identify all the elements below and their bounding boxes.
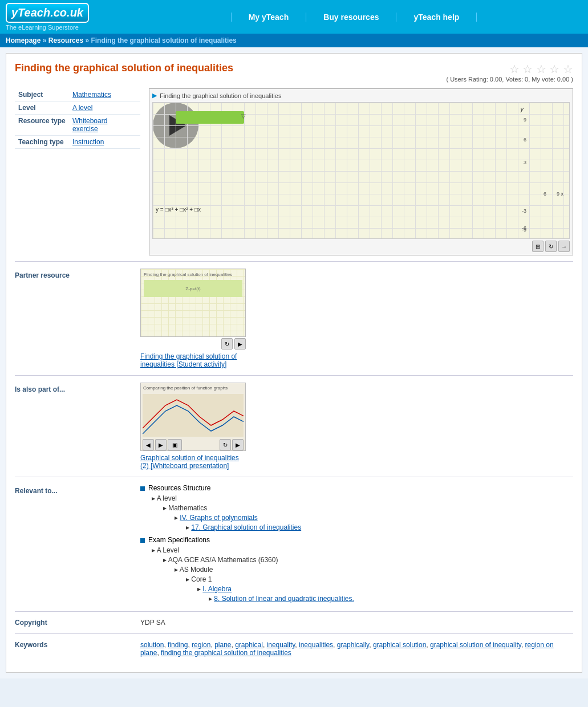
preview-image[interactable]: ▽ y 9 6 3 6 9 x -3 -6 -9 y = □x³ + □x² + — [152, 102, 570, 239]
part-of-btn-2[interactable]: ▶ — [155, 439, 167, 450]
keywords-value: solution, finding, region, plane, graphi… — [140, 641, 573, 657]
kw-graphical-solution-inequality[interactable]: graphical solution of inequality — [430, 641, 521, 649]
rating-area: ☆ ☆ ☆ ☆ ☆ ( Users Rating: 0.00, Votes: 0… — [446, 62, 573, 83]
rel-resources-bullet — [140, 486, 145, 491]
keywords-label: Keywords — [15, 641, 140, 657]
page-title: Finding the graphical solution of inequa… — [15, 62, 233, 74]
kw-graphical-solution[interactable]: graphical solution — [373, 641, 426, 649]
nav-buy-resources[interactable]: Buy resources — [306, 13, 396, 22]
copyright-value: YDP SA — [140, 619, 165, 627]
rel-graphical-sol: ▸ 17. Graphical solution of inequalities — [140, 523, 573, 531]
rel-core1: ▸ Core 1 — [140, 575, 573, 583]
subject-link[interactable]: Mathematics — [72, 91, 111, 99]
kw-solution[interactable]: solution — [140, 641, 164, 649]
subject-label: Subject — [15, 88, 69, 101]
partner-thumb-inner: Finding the graphical solution of inequa… — [141, 269, 245, 336]
rel-dash-5: ▸ — [152, 546, 157, 554]
breadcrumb-home[interactable]: Homepage — [6, 36, 40, 44]
breadcrumb-sep2: » — [85, 36, 91, 44]
part-of-svg — [143, 394, 244, 437]
partner-thumb-text: Finding the graphical solution of inequa… — [141, 269, 245, 300]
rel-graphs-link[interactable]: IV. Graphs of polynomials — [180, 514, 257, 522]
part-of-thumb-btns-left: ◀ ▶ ▣ — [143, 439, 182, 450]
part-of-btn-5[interactable]: ▶ — [232, 439, 244, 450]
part-of-btn-3[interactable]: ▣ — [168, 439, 182, 450]
kw-finding[interactable]: finding — [168, 641, 188, 649]
nav-my-yteach[interactable]: My yTeach — [231, 13, 307, 22]
info-preview: Subject Mathematics Level A level Resour… — [15, 88, 573, 255]
rel-alevel: ▸ A level — [140, 494, 573, 502]
nav-yteach-help[interactable]: yTeach help — [396, 13, 477, 22]
toolbar-btn-2[interactable]: ↻ — [545, 241, 557, 252]
rel-resources-header: Resources Structure — [140, 484, 573, 492]
kw-finding-graphical[interactable]: finding the graphical solution of inequa… — [161, 649, 291, 657]
toolbar-btn-1[interactable]: ⊞ — [532, 241, 544, 252]
rel-graphs: ▸ IV. Graphs of polynomials — [140, 514, 573, 522]
rel-algebra-link[interactable]: I. Algebra — [202, 585, 232, 593]
formula-text: y = □x³ + □x² + □x — [156, 206, 201, 213]
part-of-label: Is also part of... — [15, 383, 140, 470]
rel-graphical-sol-link[interactable]: 17. Graphical solution of inequalities — [191, 523, 301, 531]
copyright-label: Copyright — [15, 619, 140, 627]
title-row: Finding the graphical solution of inequa… — [15, 62, 573, 83]
nav-bar: My yTeach Buy resources yTeach help — [120, 1, 588, 32]
teaching-type-row: Teaching type Instruction — [15, 136, 140, 149]
kw-region[interactable]: region — [192, 641, 210, 649]
rel-dash-2: ▸ — [163, 504, 168, 512]
rel-solution-linear: ▸ 8. Solution of linear and quadratic in… — [140, 595, 573, 603]
teaching-type-link[interactable]: Instruction — [72, 138, 104, 146]
kw-plane[interactable]: plane — [214, 641, 231, 649]
kw-graphical[interactable]: graphical — [235, 641, 263, 649]
content-area: Finding the graphical solution of inequa… — [6, 53, 582, 673]
graph-area: ▽ y 9 6 3 6 9 x -3 -6 -9 y = □x³ + □x² + — [153, 103, 569, 238]
kw-inequality[interactable]: inequality — [267, 641, 295, 649]
breadcrumb-resources[interactable]: Resources — [48, 36, 83, 44]
breadcrumb-sep1: » — [43, 36, 48, 44]
part-of-section: Is also part of... Comparing the positio… — [15, 375, 573, 477]
rel-as-module: ▸ AS Module — [140, 566, 573, 574]
rel-dash-6: ▸ — [163, 556, 168, 564]
preview-label: Finding the graphical solution of inequa… — [160, 92, 281, 99]
partner-toolbar-1[interactable]: ↻ — [221, 338, 233, 350]
partner-thumb-box: Finding the graphical solution of inequa… — [140, 269, 573, 368]
partner-content: Finding the graphical solution of inequa… — [140, 269, 573, 368]
relevant-section: Relevant to... Resources Structure ▸ A l… — [15, 477, 573, 611]
partner-thumb-toolbar: ↻ ▶ — [140, 338, 246, 350]
rel-alevel-exam: ▸ A Level — [140, 546, 573, 554]
level-label: Level — [15, 101, 69, 115]
part-of-btn-1[interactable]: ◀ — [143, 439, 154, 450]
rel-exam-text: Exam Specifications — [148, 536, 210, 544]
level-link[interactable]: A level — [72, 104, 92, 112]
y-axis-6: 6 — [524, 137, 526, 143]
partner-label: Partner resource — [15, 269, 140, 368]
breadcrumb-bar: Homepage » Resources » Finding the graph… — [0, 34, 588, 47]
subject-row: Subject Mathematics — [15, 88, 140, 101]
part-of-btn-4[interactable]: ↻ — [220, 439, 231, 450]
rating-text: ( Users Rating: 0.00, Votes: 0, My vote:… — [446, 76, 573, 83]
rel-dash-4: ▸ — [186, 523, 191, 531]
rel-exam-bullet — [140, 538, 145, 543]
part-of-link[interactable]: Graphical solution of inequalities (2) [… — [140, 454, 246, 470]
relevant-content: Resources Structure ▸ A level ▸ Mathemat… — [140, 484, 573, 604]
rel-dash-10: ▸ — [209, 595, 214, 603]
rel-dash-1: ▸ — [152, 494, 157, 502]
kw-graphically[interactable]: graphically — [337, 641, 369, 649]
x-axis-6: 6 — [544, 191, 546, 197]
partner-toolbar-2[interactable]: ▶ — [234, 338, 246, 350]
breadcrumb: Homepage » Resources » Finding the graph… — [6, 36, 582, 44]
toolbar-btn-3[interactable]: → — [558, 241, 570, 252]
level-row: Level A level — [15, 101, 140, 115]
resource-type-link[interactable]: Whiteboardexercise — [72, 117, 107, 133]
info-table: Subject Mathematics Level A level Resour… — [15, 88, 140, 255]
star-rating[interactable]: ☆ ☆ ☆ ☆ ☆ — [446, 62, 573, 76]
partner-link[interactable]: Finding the graphical solution of inequa… — [140, 352, 246, 368]
relevant-label: Relevant to... — [15, 484, 140, 604]
partner-thumbnail: Finding the graphical solution of inequa… — [140, 269, 246, 337]
rel-exam-header: Exam Specifications — [140, 536, 573, 544]
green-bar — [176, 111, 244, 124]
logo-text[interactable]: yTeach.co.uk — [11, 6, 83, 19]
part-of-thumb-footer: ◀ ▶ ▣ ↻ ▶ — [141, 438, 245, 452]
kw-inequalities[interactable]: inequalities — [299, 641, 333, 649]
logo-sub: The eLearning Superstore — [6, 23, 114, 31]
rel-solution-linear-link[interactable]: 8. Solution of linear and quadratic ineq… — [214, 595, 354, 603]
